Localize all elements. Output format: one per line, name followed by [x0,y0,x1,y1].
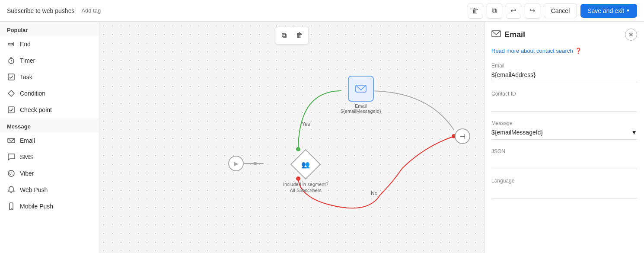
sidebar-item-mobilepush[interactable]: Mobile Push [0,198,99,215]
sidebar-item-webpush[interactable]: Web Push [0,182,99,198]
save-button[interactable]: Save and exit ▼ [580,4,637,18]
sidebar: Popular End Timer Task Condition [0,22,99,253]
language-field-label: Language [491,178,637,184]
sidebar-label-task: Task [20,74,32,80]
checkpoint-icon [7,106,16,114]
sidebar-item-task[interactable]: Task [0,69,99,85]
message-field-value[interactable]: ${emailMessageId} ▼ [491,129,637,140]
svg-rect-6 [8,74,14,80]
help-icon: ❓ [575,48,582,54]
email-field-label: Email [491,63,637,69]
save-dropdown-arrow[interactable]: ▼ [626,8,630,13]
message-field-group: Message ${emailMessageId} ▼ [491,120,637,140]
panel-email-icon [491,29,501,41]
close-panel-button[interactable]: ✕ [625,29,637,41]
contact-search-link[interactable]: Read more about contact search ❓ [491,48,637,54]
sidebar-label-end: End [20,41,31,48]
sidebar-item-viber[interactable]: V Viber [0,165,99,182]
email-node-label: Email [355,103,367,109]
copy-button[interactable]: ⧉ [487,3,502,19]
email-node-var: ${emailMessageId} [341,109,381,114]
json-field-value[interactable] [491,157,637,169]
cancel-button[interactable]: Cancel [544,3,577,18]
sidebar-section-message: Message [0,118,99,132]
message-field-label: Message [491,120,637,126]
delete-button[interactable]: 🗑 [468,3,483,19]
sidebar-label-viber: Viber [20,170,34,177]
sidebar-label-webpush: Web Push [20,186,48,193]
start-node[interactable]: ▶ [228,156,244,171]
contact-id-field-label: Contact ID [491,91,637,97]
email-icon [7,136,16,145]
flow-canvas[interactable]: ⧉ 🗑 ▶ [99,22,484,253]
segment-label: Included in segment? [283,182,328,187]
topbar-right: 🗑 ⧉ ↩ ↪ Cancel Save and exit ▼ [468,3,637,19]
panel-header: Email ✕ [491,29,637,41]
email-node[interactable]: Email ${emailMessageId} [341,76,381,114]
end-icon [7,40,16,48]
end-stub-node[interactable]: ⊣ [455,128,470,144]
sidebar-label-checkpoint: Check point [20,106,52,113]
sidebar-item-end[interactable]: End [0,36,99,52]
sidebar-label-mobilepush: Mobile Push [20,203,53,210]
canvas-toolbar: ⧉ 🗑 [275,27,308,44]
topbar: Subscribe to web pushes Add tag 🗑 ⧉ ↩ ↪ … [0,0,644,22]
svg-point-13 [11,208,12,209]
no-label: No [371,190,377,196]
yes-label: Yes [302,121,310,127]
panel-title-row: Email [491,29,525,41]
right-panel: Email ✕ Read more about contact search ❓… [484,22,644,253]
sidebar-item-email[interactable]: Email [0,132,99,149]
message-dropdown-arrow[interactable]: ▼ [631,129,637,136]
svg-rect-7 [8,107,14,113]
email-field-value[interactable]: ${emailAddress} [491,71,637,82]
segment-sublabel: All Subscribers [290,188,322,193]
mobilepush-icon [7,202,16,211]
task-icon [7,73,16,81]
redo-button[interactable]: ↪ [525,3,540,19]
segment-node[interactable]: 👥 Included in segment? All Subscribers [283,149,328,194]
topbar-left: Subscribe to web pushes Add tag [7,6,104,16]
sidebar-item-checkpoint[interactable]: Check point [0,102,99,118]
flow-connectors [99,22,484,253]
svg-text:V: V [9,172,12,176]
json-field-group: JSON [491,148,637,169]
svg-rect-0 [8,43,13,45]
canvas-copy-button[interactable]: ⧉ [277,29,291,42]
timer-icon [7,56,16,65]
sidebar-label-timer: Timer [20,57,35,64]
sidebar-label-condition: Condition [20,90,45,97]
panel-title: Email [504,30,525,39]
sidebar-label-email: Email [20,137,35,144]
main-layout: Popular End Timer Task Condition [0,22,644,253]
webpush-icon [7,186,16,194]
page-title: Subscribe to web pushes [7,7,74,14]
undo-button[interactable]: ↩ [506,3,521,19]
sidebar-label-sms: SMS [20,154,33,160]
json-field-label: JSON [491,148,637,154]
sidebar-section-popular: Popular [0,22,99,36]
sidebar-item-condition[interactable]: Condition [0,85,99,102]
contact-id-field-group: Contact ID [491,91,637,112]
language-field-group: Language [491,178,637,199]
email-node-box[interactable] [348,76,374,102]
viber-icon: V [7,169,16,178]
language-field-value[interactable] [491,186,637,199]
sidebar-item-timer[interactable]: Timer [0,52,99,69]
contact-id-field-value[interactable] [491,99,637,112]
sms-icon [7,153,16,161]
canvas-delete-button[interactable]: 🗑 [293,29,306,42]
add-tag-button[interactable]: Add tag [78,6,104,16]
email-field-group: Email ${emailAddress} [491,63,637,82]
sidebar-item-sms[interactable]: SMS [0,149,99,165]
svg-point-15 [253,162,257,165]
condition-icon [7,89,16,98]
